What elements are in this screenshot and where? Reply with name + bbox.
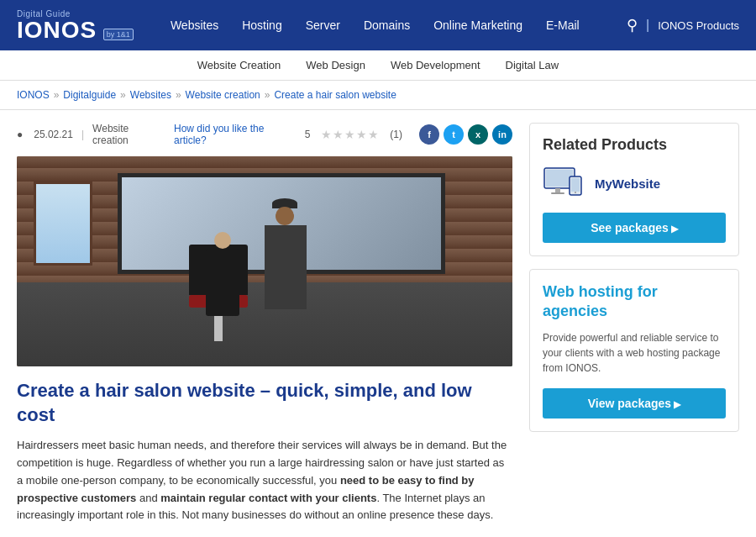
top-navigation: Digital Guide IONOS by 1&1 Websites Host… <box>0 0 756 50</box>
linkedin-icon[interactable]: in <box>492 124 512 145</box>
ionos-products-link[interactable]: IONOS Products <box>658 19 739 32</box>
meta-bar: ● 25.02.21 | Website creation How did yo… <box>17 123 512 146</box>
related-products-title: Related Products <box>543 136 726 154</box>
web-hosting-title: Web hosting for agencies <box>543 282 726 322</box>
star-3[interactable]: ★ <box>344 128 355 141</box>
logo-area: Digital Guide IONOS by 1&1 <box>17 9 134 42</box>
nav-right: ⚲ | IONOS Products <box>627 16 739 34</box>
article-title: Create a hair salon website – quick, sim… <box>17 379 512 427</box>
star-1[interactable]: ★ <box>321 128 332 141</box>
svg-rect-1 <box>546 170 573 187</box>
svg-rect-5 <box>571 178 580 192</box>
svg-rect-3 <box>551 192 564 194</box>
secondary-nav-web-development[interactable]: Web Development <box>391 59 480 71</box>
rating-value: 5 <box>305 129 311 140</box>
search-icon[interactable]: ⚲ <box>627 16 638 34</box>
star-4[interactable]: ★ <box>356 128 367 141</box>
article-category: Website creation <box>92 123 165 146</box>
breadcrumb-websites[interactable]: Websites <box>130 89 171 101</box>
mywebsite-icon <box>543 166 585 200</box>
secondary-nav-website-creation[interactable]: Website Creation <box>197 59 281 71</box>
web-hosting-text: Provide powerful and reliable service to… <box>543 330 726 376</box>
by-label: by 1&1 <box>103 29 134 40</box>
sidebar: Related Products MyWebsite See packages <box>529 123 739 533</box>
main-nav: Websites Hosting Server Domains Online M… <box>159 0 627 50</box>
content-wrapper: ● 25.02.21 | Website creation How did yo… <box>0 110 756 537</box>
svg-rect-2 <box>555 188 560 192</box>
article-area: ● 25.02.21 | Website creation How did yo… <box>17 123 512 533</box>
article-body: Hairdressers meet basic human needs, and… <box>17 437 512 524</box>
article-image <box>17 156 512 366</box>
nav-websites[interactable]: Websites <box>159 0 230 50</box>
star-2[interactable]: ★ <box>333 128 344 141</box>
social-icons: f t x in <box>419 124 512 145</box>
nav-email[interactable]: E-Mail <box>534 0 591 50</box>
mywebsite-box: MyWebsite <box>543 166 726 200</box>
svg-point-6 <box>575 192 576 193</box>
secondary-nav-digital-law[interactable]: Digital Law <box>506 59 559 71</box>
star-5[interactable]: ★ <box>368 128 379 141</box>
breadcrumb-website-creation[interactable]: Website creation <box>186 89 260 101</box>
secondary-navigation: Website Creation Web Design Web Developm… <box>0 50 756 81</box>
secondary-nav-web-design[interactable]: Web Design <box>306 59 365 71</box>
clock-icon: ● <box>17 129 23 140</box>
article-paragraph-1: Hairdressers meet basic human needs, and… <box>17 437 512 524</box>
breadcrumb-article[interactable]: Create a hair salon website <box>274 89 396 101</box>
breadcrumb: IONOS » Digitalguide » Websites » Websit… <box>0 81 756 110</box>
nav-server[interactable]: Server <box>294 0 352 50</box>
review-count: (1) <box>390 129 402 140</box>
xing-icon[interactable]: x <box>468 124 488 145</box>
breadcrumb-digitalguide[interactable]: Digitalguide <box>63 89 116 101</box>
facebook-icon[interactable]: f <box>419 124 439 145</box>
web-hosting-card: Web hosting for agencies Provide powerfu… <box>529 269 739 432</box>
nav-hosting[interactable]: Hosting <box>230 0 293 50</box>
ionos-logo: IONOS <box>17 17 97 43</box>
view-packages-button[interactable]: View packages <box>543 388 726 419</box>
mywebsite-label: MyWebsite <box>595 176 660 191</box>
rating-label: How did you like the article? <box>174 123 297 146</box>
see-packages-button[interactable]: See packages <box>543 213 726 243</box>
star-rating[interactable]: ★ ★ ★ ★ ★ <box>321 128 379 141</box>
breadcrumb-ionos[interactable]: IONOS <box>17 89 50 101</box>
nav-online-marketing[interactable]: Online Marketing <box>422 0 534 50</box>
article-date: 25.02.21 <box>34 129 73 140</box>
related-products-card: Related Products MyWebsite See packages <box>529 123 739 256</box>
nav-domains[interactable]: Domains <box>352 0 422 50</box>
twitter-icon[interactable]: t <box>444 124 464 145</box>
